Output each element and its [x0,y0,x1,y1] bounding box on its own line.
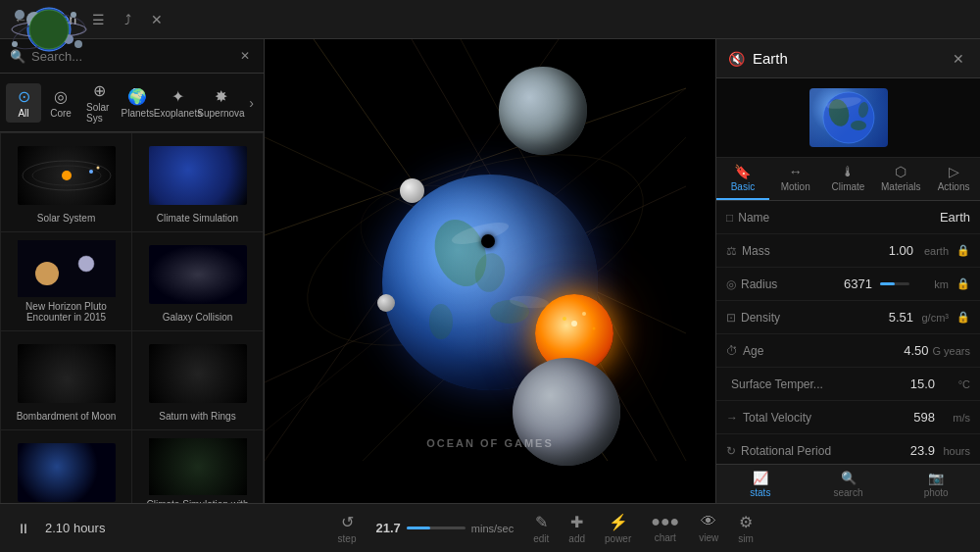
step-slider[interactable] [407,527,466,529]
earth-thumbnail-container [716,78,980,158]
cat-tab-supernova[interactable]: ✸ Supernova [201,83,242,123]
stats-tab-label: stats [750,487,770,498]
name-prop-icon: □ [726,211,733,225]
sim-tool-icon: ⚙ [739,513,753,531]
prop-radius-value-area: 6371 km 🔒 [834,276,970,291]
prop-rotation-row: ↻ Rotational Period 23.9 hours [716,434,980,464]
chart-tool[interactable]: ●●● chart [651,513,679,543]
rb-tab-stats[interactable]: 📈 stats [716,467,805,502]
prop-radius-unit: km [917,278,949,290]
prop-radius-row: ◎ Radius 6371 km 🔒 [716,268,980,301]
add-tool[interactable]: ✚ add [568,513,585,544]
tab-basic[interactable]: 🔖 Basic [716,158,769,200]
category-tabs: ⊙ All ◎ Core ⊕ Solar Sys 🌍 Planets ✦ Exo… [0,74,264,132]
bombardment-thumb [5,339,127,407]
prop-rotation-value-area: 23.9 hours [834,443,970,458]
prop-radius-label: ◎ Radius [726,277,834,291]
prop-surface-temp-value: 15.0 [910,376,935,391]
bombardment-label: Bombardment of Moon [17,411,117,422]
viewport[interactable]: OCEAN OF GAMES [265,39,715,503]
sim-tool[interactable]: ⚙ sim [738,513,754,544]
cat-exo-label: Exoplanets [154,108,202,119]
svg-point-49 [825,97,852,128]
chart-tool-icon: ●●● [651,513,679,530]
edit-tool[interactable]: ✎ edit [533,513,549,544]
svg-point-52 [823,92,874,143]
rb-tab-search[interactable]: 🔍 search [805,467,893,502]
climate-tab-label: Climate [832,181,865,192]
prop-radius-value: 6371 [844,276,872,291]
share-icon[interactable]: ⤴ [121,8,135,31]
climate-tidal-image [149,438,247,495]
earth-thumbnail [809,88,888,147]
step-tool-icon: ↺ [341,513,354,531]
prop-surface-temp-label: Surface Temper... [726,377,834,391]
prop-age-unit: G years [932,345,970,357]
scenario-galaxy[interactable]: Galaxy Collision [132,232,263,330]
prop-velocity-unit: m/s [939,412,970,424]
cat-tab-solarsys[interactable]: ⊕ Solar Sys [80,77,118,127]
prop-radius-lock-icon[interactable]: 🔒 [956,277,970,290]
prop-name-value: Earth [940,210,970,225]
prop-density-label: ⊡ Density [726,311,834,325]
view-tool-label: view [699,532,718,543]
scenario-climate-tidal[interactable]: Climate Simulation with Tidally-Locked E… [132,430,263,503]
galaxy-thumb [136,240,259,308]
prop-surface-temp-unit: °C [939,378,970,390]
galaxy-image [149,245,247,304]
prop-density-value: 5.51 [889,310,913,325]
cat-tab-exoplanets[interactable]: ✦ Exoplanets [157,83,198,123]
prop-density-lock-icon[interactable]: 🔒 [956,311,970,324]
velocity-prop-icon: → [726,411,738,425]
power-tool[interactable]: ⚡ power [605,513,631,544]
tab-motion[interactable]: ↔ Motion [769,158,822,200]
prop-rotation-label: ↻ Rotational Period [726,444,834,458]
scenario-solar-system[interactable]: Solar System [1,133,131,231]
scenario-bombardment[interactable]: Bombardment of Moon [1,331,131,429]
scenario-climate-sim[interactable]: Climate Simulation [132,133,263,231]
close-icon[interactable]: ✕ [147,8,167,31]
right-panel-header: 🔇 Earth ✕ [716,39,980,78]
climate-tidal-thumb [136,438,259,495]
radius-slider[interactable] [880,282,909,285]
tab-materials[interactable]: ⬡ Materials [874,158,927,200]
bombard-image [18,344,116,403]
prop-age-value-area: 4.50 G years [834,343,970,358]
right-close-icon[interactable]: ✕ [949,47,968,71]
bottom-bar: ⏸ 2.10 hours ↺ step 21.7 mins/sec ✎ edit… [0,503,980,552]
cat-tab-core[interactable]: ◎ Core [43,83,78,123]
right-bottom-tabs: 📈 stats 🔍 search 📷 photo [716,464,980,503]
scenario-pluto[interactable]: New Horizon Pluto Encounter in 2015 [1,232,131,330]
planet-small-left [400,178,424,203]
step-tool-label: step [338,533,357,544]
mute-icon[interactable]: 🔇 [728,51,745,67]
cat-supernova-label: Supernova [197,108,244,119]
scenario-earth-moons[interactable]: Earth & Many Moons [1,430,131,503]
prop-mass-row: ⚖ Mass 1.00 earth 🔒 [716,234,980,268]
prop-name-row: □ Name Earth [716,201,980,234]
prop-density-row: ⊡ Density 5.51 g/cm³ 🔒 [716,301,980,334]
prop-mass-lock-icon[interactable]: 🔒 [956,244,970,257]
svg-point-39 [472,250,508,294]
cat-all-label: All [18,108,28,119]
cat-expand-icon[interactable]: › [245,91,258,115]
tab-actions[interactable]: ▷ Actions [927,158,980,200]
play-pause-button[interactable]: ⏸ [10,515,37,542]
saturn-thumb [136,339,259,407]
prop-rotation-unit: hours [939,445,970,457]
photo-tab-label: photo [924,487,949,498]
rb-tab-photo[interactable]: 📷 photo [892,467,980,502]
cat-tab-planets[interactable]: 🌍 Planets [120,83,155,123]
actions-tab-icon: ▷ [949,164,959,179]
cat-tab-all[interactable]: ⊙ All [6,83,41,123]
galaxy-label: Galaxy Collision [163,312,233,323]
tab-climate[interactable]: 🌡 Climate [822,158,875,200]
step-tool[interactable]: ↺ step [338,513,357,544]
search-tab-label: search [834,487,863,498]
right-panel: 🔇 Earth ✕ 🔖 Basic [715,39,980,503]
scenario-saturn[interactable]: Saturn with Rings [132,331,263,429]
search-clear-icon[interactable]: ✕ [236,45,254,67]
prop-age-label: ⏱ Age [726,344,834,358]
view-tool[interactable]: 👁 view [699,513,718,543]
density-prop-icon: ⊡ [726,311,736,325]
